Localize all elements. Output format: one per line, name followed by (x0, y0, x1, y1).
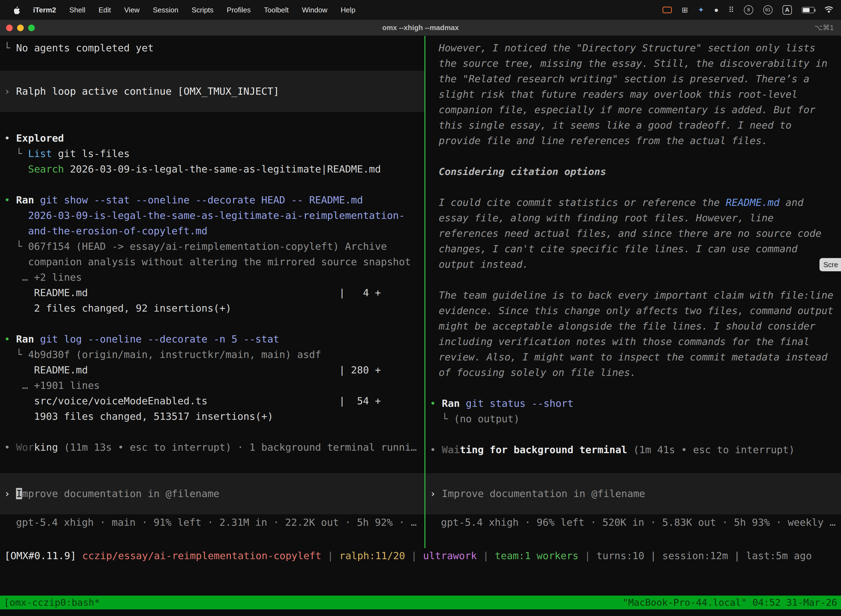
blank-line (425, 380, 841, 396)
badge-8-icon[interactable]: 8 (744, 5, 753, 15)
separator: | (405, 550, 423, 561)
menu-item-shell[interactable]: Shell (63, 6, 92, 14)
git-show-stat-1: README.md | 4 + (0, 285, 424, 301)
tmux-status-bar: [omx-cczip0:bash* "MacBook-Pro-44.local"… (0, 595, 841, 609)
commit-summary: └ 067f154 (HEAD -> essay/ai-reimplementa… (4, 241, 387, 252)
command-continuation: and-the-erosion-of-copyleft.md (4, 225, 208, 236)
close-button[interactable] (6, 25, 13, 31)
git-show-output-3: … +2 lines (0, 270, 424, 285)
zoom-button[interactable] (28, 25, 35, 31)
wifi-icon[interactable] (825, 6, 833, 13)
keyboard-layout-icon[interactable]: A (782, 5, 792, 15)
menu-left: iTerm2 Shell Edit View Session Scripts P… (8, 6, 362, 14)
git-show-arg-line-1: 2026-03-09-is-legal-the-same-as-legitima… (0, 208, 424, 223)
prompt-chevron: › (4, 488, 16, 499)
prompt-chevron: › (4, 85, 16, 97)
window-shortcut-hint: ⌥⌘1 (815, 23, 841, 32)
battery-fill (803, 8, 810, 12)
wifi-svg (825, 6, 833, 13)
git-log-output-2: … +1901 lines (0, 378, 424, 393)
left-agent-pane[interactable]: └ No agents completed yet › Ralph loop a… (0, 36, 424, 548)
menu-app-name[interactable]: iTerm2 (26, 6, 63, 14)
git-log-stat-1: README.md | 280 + (0, 362, 424, 378)
list-command: git ls-files (52, 148, 130, 159)
thinking-heading: Considering citation options (425, 164, 841, 179)
bullet-icon: • (430, 398, 442, 409)
command-continuation: 2026-03-09-is-legal-the-same-as-legitima… (4, 210, 405, 221)
window-title-bar[interactable]: omx --xhigh --madmax ⌥⌘1 (0, 20, 841, 36)
waiting-status-line: • Waiting for background terminal (1m 41… (425, 442, 841, 458)
input-text: Improve documentation in @filename (442, 488, 645, 499)
git-log-command: git log --oneline --decorate -n 5 --stat (34, 333, 279, 345)
bullet-icon: • (4, 194, 16, 205)
git-show-command: git show --stat --oneline --decorate HEA… (34, 194, 363, 205)
thinking-paragraph-3: The team guideline is to back every impo… (425, 287, 841, 380)
menubar-status-icons: ⊞ ✦ ● ⠿ 8 61 A (662, 5, 833, 15)
dots-grid-icon[interactable]: ⠿ (728, 6, 734, 14)
ralph-banner-line: › Ralph loop active continue [OMX_TMUX_I… (0, 84, 424, 99)
diffstat-summary: 2 files changed, 92 insertions(+) (4, 302, 231, 314)
traffic-light-buttons (0, 25, 35, 31)
blank-line (425, 148, 841, 164)
bottom-strip (0, 609, 841, 616)
apple-menu-icon[interactable] (8, 6, 26, 14)
minimize-button[interactable] (17, 25, 24, 31)
spinner-shimmer: Wor (16, 441, 34, 453)
working-label: king (34, 441, 58, 453)
right-input-box[interactable]: › Improve documentation in @filename (425, 473, 841, 515)
tree-glyph: └ (4, 42, 16, 54)
thinking-paragraph-1: However, I noticed the "Directory Struct… (425, 40, 841, 148)
left-input-line[interactable]: › Improve documentation in @filename (0, 486, 424, 502)
blank-line (425, 272, 841, 287)
diffstat-row: README.md | 280 + (4, 364, 381, 375)
spinner-shimmer: Wai (442, 444, 460, 455)
menu-item-profiles[interactable]: Profiles (220, 6, 258, 14)
menu-item-window[interactable]: Window (295, 6, 334, 14)
apple-logo-svg (14, 6, 21, 14)
ran-git-status-line: • Ran git status --short (425, 396, 841, 411)
commit-summary: companion analysis without altering the … (4, 256, 411, 267)
badge-61-icon[interactable]: 61 (763, 5, 772, 15)
menu-item-scripts[interactable]: Scripts (185, 6, 220, 14)
truncation-note: … +1901 lines (4, 380, 100, 391)
left-statusline: gpt-5.4 xhigh · main · 91% left · 2.31M … (0, 515, 424, 530)
spark-app-icon[interactable]: ✦ (698, 6, 704, 14)
tree-glyph: └ (430, 413, 454, 424)
git-log-stat-2: src/voice/voiceModeEnabled.ts | 54 + (0, 393, 424, 409)
screen-overlay-button[interactable]: Scre (819, 258, 841, 271)
tmux-host-clock: "MacBook-Pro-44.local" 04:52 31-Mar-26 (623, 597, 837, 608)
left-input-box[interactable]: › Improve documentation in @filename (0, 473, 424, 515)
working-detail: (11m 13s • esc to interrupt) · 1 backgro… (58, 441, 417, 453)
text-cursor: I (16, 488, 22, 499)
battery-icon[interactable] (802, 7, 815, 13)
paragraph-text: I could cite commit statistics or refere… (439, 197, 726, 208)
no-output-text: (no output) (454, 413, 520, 424)
right-input-line[interactable]: › Improve documentation in @filename (425, 486, 841, 502)
git-log-stat-3: 1903 files changed, 513517 insertions(+) (0, 409, 424, 424)
search-pattern: 2026-03-09-is-legal-the-same-as-legitima… (64, 163, 381, 175)
menu-item-edit[interactable]: Edit (92, 6, 117, 14)
ran-label: Ran (16, 194, 34, 205)
menu-item-help[interactable]: Help (334, 6, 362, 14)
menu-item-session[interactable]: Session (146, 6, 185, 14)
ralph-progress: ralph:11/20 (339, 550, 405, 561)
omx-session-stats: turns:10 | session:12m | last:5m ago (596, 550, 812, 561)
screen-recording-icon[interactable] (662, 7, 672, 13)
ran-label: Ran (442, 398, 460, 409)
git-status-command: git status --short (460, 398, 573, 409)
terminal-content: └ No agents completed yet › Ralph loop a… (0, 36, 841, 548)
grid-app-icon[interactable]: ⊞ (682, 6, 688, 14)
dot-app-icon[interactable]: ● (714, 6, 718, 14)
menu-item-toolbelt[interactable]: Toolbelt (258, 6, 296, 14)
right-agent-pane[interactable]: However, I noticed the "Directory Struct… (425, 36, 841, 548)
git-log-output-1: └ 4b9d30f (origin/main, instructkr/main,… (0, 347, 424, 362)
explored-label: Explored (16, 132, 64, 144)
menu-item-view[interactable]: View (117, 6, 146, 14)
ran-label: Ran (16, 333, 34, 345)
bullet-icon: • (4, 132, 16, 144)
readme-file-link[interactable]: README.md (726, 197, 779, 208)
waiting-detail: (1m 41s • esc to interrupt) (627, 444, 795, 455)
macos-menu-bar: iTerm2 Shell Edit View Session Scripts P… (0, 0, 841, 20)
git-show-output-1: └ 067f154 (HEAD -> essay/ai-reimplementa… (0, 239, 424, 254)
bottom-spacer (0, 563, 841, 595)
